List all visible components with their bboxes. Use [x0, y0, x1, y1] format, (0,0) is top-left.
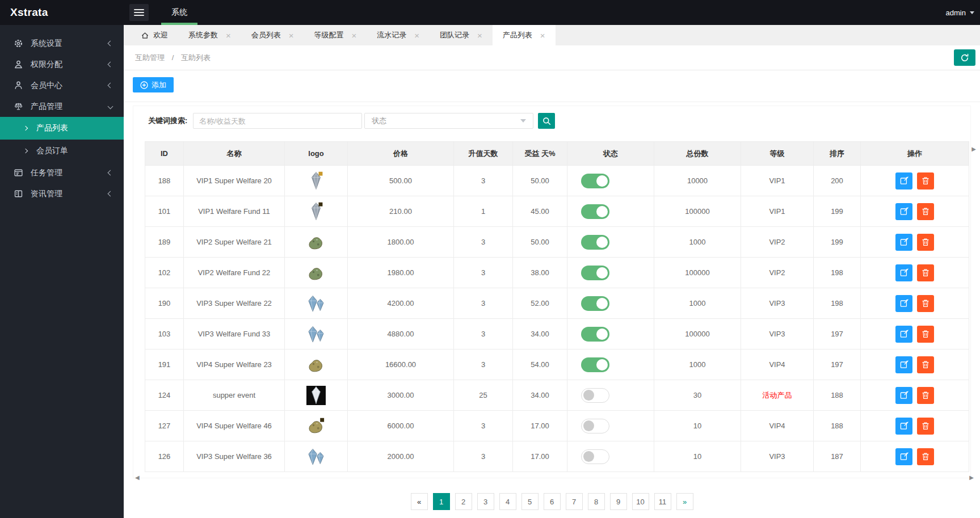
- close-icon[interactable]: ×: [352, 31, 357, 40]
- cell-status: [567, 441, 654, 472]
- breadcrumb-separator: /: [172, 53, 174, 62]
- tab-6[interactable]: 产品列表×: [493, 25, 556, 45]
- plus-circle-icon: [140, 81, 148, 89]
- edit-button[interactable]: [895, 418, 912, 435]
- page-button-5[interactable]: 5: [521, 493, 539, 510]
- breadcrumb: 互助管理 / 互助列表: [135, 53, 954, 63]
- tab-0[interactable]: 欢迎: [131, 25, 178, 45]
- cell-status: [567, 288, 654, 319]
- tab-1[interactable]: 系统参数×: [178, 25, 241, 45]
- page-button-7[interactable]: 7: [566, 493, 583, 510]
- scroll-left-icon[interactable]: ◀: [135, 474, 140, 481]
- tab-5[interactable]: 团队记录×: [430, 25, 493, 45]
- edit-button[interactable]: [895, 387, 912, 404]
- close-icon[interactable]: ×: [477, 31, 482, 40]
- sidebar-item-5[interactable]: 资讯管理: [0, 183, 124, 204]
- delete-button[interactable]: [917, 203, 934, 220]
- page-button-4[interactable]: 4: [499, 493, 516, 510]
- search-button[interactable]: [538, 113, 555, 129]
- tab-3[interactable]: 等级配置×: [304, 25, 367, 45]
- delete-button[interactable]: [917, 418, 934, 435]
- keyword-input[interactable]: [193, 113, 362, 129]
- page-button-8[interactable]: 8: [588, 493, 605, 510]
- status-toggle[interactable]: [581, 357, 609, 372]
- close-icon[interactable]: ×: [289, 31, 294, 40]
- sidebar-item-4[interactable]: 任务管理: [0, 162, 124, 183]
- cell-level: VIP3: [741, 319, 814, 349]
- page-prev-button[interactable]: «: [411, 493, 428, 510]
- topmenu-item-system[interactable]: 系统: [157, 0, 202, 25]
- breadcrumb-item[interactable]: 互助管理: [135, 53, 165, 62]
- table-row: 101VIP1 Welfare Fund 11210.00145.0010000…: [145, 196, 969, 227]
- edit-button[interactable]: [895, 264, 912, 281]
- status-toggle[interactable]: [581, 266, 609, 280]
- sidebar-subitem-3-0[interactable]: 产品列表: [0, 117, 124, 140]
- delete-button[interactable]: [917, 326, 934, 343]
- edit-button[interactable]: [895, 203, 912, 220]
- sidebar-item-3[interactable]: 产品管理: [0, 96, 124, 117]
- tab-2[interactable]: 会员列表×: [241, 25, 304, 45]
- scroll-right-icon[interactable]: ▶: [969, 474, 974, 481]
- sidebar-toggle-button[interactable]: [129, 4, 149, 21]
- page-button-1[interactable]: 1: [433, 493, 450, 510]
- page-next-button[interactable]: »: [676, 493, 693, 510]
- delete-button[interactable]: [917, 387, 934, 404]
- status-toggle[interactable]: [581, 327, 609, 342]
- sidebar-item-2[interactable]: 会员中心: [0, 75, 124, 96]
- delete-button[interactable]: [917, 448, 934, 465]
- toggle-knob: [583, 451, 594, 462]
- level-label: VIP1: [769, 207, 785, 216]
- close-icon[interactable]: ×: [226, 31, 231, 40]
- delete-button[interactable]: [917, 172, 934, 189]
- sidebar-subitem-3-1[interactable]: 会员订单: [0, 140, 124, 162]
- chevron-down-icon: [970, 11, 974, 14]
- delete-button[interactable]: [917, 295, 934, 312]
- cell-sort: 188: [814, 380, 861, 411]
- page-button-11[interactable]: 11: [654, 493, 671, 510]
- close-icon[interactable]: ×: [540, 31, 545, 40]
- edit-button[interactable]: [895, 356, 912, 373]
- sidebar-item-0[interactable]: 系统设置: [0, 33, 124, 54]
- edit-button[interactable]: [895, 326, 912, 343]
- delete-button[interactable]: [917, 356, 934, 373]
- chevron-left-icon: [108, 191, 113, 197]
- cell-profit-day: 50.00: [513, 166, 567, 196]
- status-toggle[interactable]: [581, 174, 609, 188]
- chevron-right-icon: [23, 149, 28, 153]
- delete-button[interactable]: [917, 264, 934, 281]
- scroll-right-icon[interactable]: ▶: [971, 146, 976, 152]
- page-button-9[interactable]: 9: [610, 493, 627, 510]
- page-button-2[interactable]: 2: [455, 493, 472, 510]
- cell-id: 126: [145, 441, 184, 472]
- user-menu[interactable]: admin: [946, 9, 974, 17]
- table-row: 191VIP4 Super Welfare 2316600.00354.0010…: [145, 349, 969, 380]
- close-icon[interactable]: ×: [414, 31, 419, 40]
- cell-id: 188: [145, 166, 184, 196]
- status-toggle[interactable]: [581, 449, 609, 464]
- status-select[interactable]: 状态: [364, 113, 533, 129]
- status-toggle[interactable]: [581, 419, 609, 433]
- page-button-10[interactable]: 10: [632, 493, 649, 510]
- tab-4[interactable]: 流水记录×: [367, 25, 430, 45]
- task-icon: [14, 168, 23, 178]
- edit-button[interactable]: [895, 234, 912, 251]
- cell-sort: 200: [814, 166, 861, 196]
- trash-icon: [922, 360, 929, 369]
- edit-button[interactable]: [895, 448, 912, 465]
- table-header-row: ID名称logo价格升值天数受益 天%状态总份数等级排序操作: [145, 142, 969, 166]
- add-button[interactable]: 添加: [133, 77, 174, 92]
- status-toggle[interactable]: [581, 204, 609, 219]
- page-button-3[interactable]: 3: [477, 493, 494, 510]
- status-toggle[interactable]: [581, 296, 609, 311]
- edit-button[interactable]: [895, 172, 912, 189]
- edit-button[interactable]: [895, 295, 912, 312]
- status-toggle[interactable]: [581, 388, 609, 403]
- page-button-6[interactable]: 6: [544, 493, 561, 510]
- edit-icon: [900, 207, 909, 216]
- delete-button[interactable]: [917, 234, 934, 251]
- status-toggle[interactable]: [581, 235, 609, 250]
- refresh-button[interactable]: [954, 49, 975, 66]
- cell-id: 124: [145, 380, 184, 411]
- news-icon: [14, 189, 23, 199]
- sidebar-item-1[interactable]: 权限分配: [0, 54, 124, 75]
